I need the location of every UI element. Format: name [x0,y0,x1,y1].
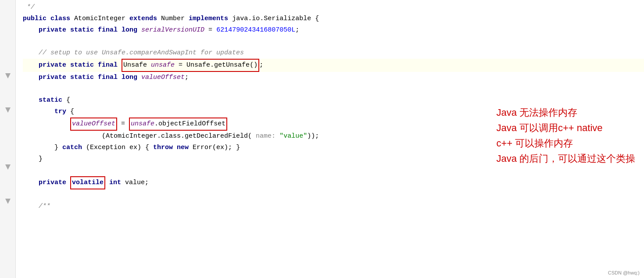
kw-extends: extends [129,13,161,25]
kw-try: try [54,106,70,118]
getfield-open: (AtomicInteger.class. [102,131,185,142]
unsafe-semi: ; [259,60,263,71]
annotation-1: Java 无法操作内存 [496,105,635,120]
kw-private-offset: private [39,72,70,83]
assign-method: objectFieldOffset [158,120,225,128]
getfield-value: "value" [279,131,307,142]
bookmark-static [5,104,11,116]
static-brace-open: { [66,95,70,106]
annotation-4: Java 的后门，可以通过这个类操 [496,151,635,166]
field-value-name: value; [125,177,149,189]
class-extends: Number [161,13,189,25]
gutter-icon-14 [4,184,11,196]
gutter-icon-4 [4,36,11,47]
volatile-space [105,177,109,189]
kw-static-offset: static [70,72,98,83]
unsafe-type: Unsafe [123,61,151,69]
kw-private-volatile: private [39,177,70,189]
bookmark-close [5,161,11,173]
gutter-icon-2 [4,13,11,25]
indent-comment [23,47,39,59]
close-static-brace: } [39,153,43,165]
gutter-icon-3 [4,25,11,36]
field-unsafe: unsafe [151,61,175,69]
box-unsafe-type: Unsafe unsafe = Unsafe.getUnsafe() [122,59,259,72]
indent-close-static [23,153,39,165]
gutter-icon-7 [4,82,11,93]
indent-try [23,106,54,118]
kw-private-unsafe: private [39,60,70,71]
kw-implements: implements [189,13,232,25]
code-line-empty-1 [23,36,644,47]
gutter-icon-5 [4,47,11,59]
indent-catch [23,142,54,153]
kw-final-unsafe: final [98,60,122,71]
serial-semi: ; [295,25,299,36]
field-valueOffset: valueOffset [141,72,185,83]
catch-error: Error(ex); } [193,142,240,153]
gutter-icon-6 [4,59,11,70]
serial-value: 6214790243416807050L [216,25,295,36]
code-line-empty-3 [23,165,644,176]
javadoc-start: /** [39,201,50,212]
code-line-empty-4 [23,189,644,201]
code-line-static-block: static { [23,95,644,106]
code-line-javadoc: /** [23,201,644,212]
code-line-class-decl: public class AtomicInteger extends Numbe… [23,13,644,25]
kw-public: public [23,13,50,25]
kw-class: class [50,13,74,25]
gutter-icon-8 [4,93,11,104]
kw-catch: catch [62,142,86,153]
code-line-comment-end: */ [23,2,644,13]
kw-final-offset: final [98,72,122,83]
kw-static: static [39,95,66,106]
main-container: */ public class AtomicInteger extends Nu… [0,0,644,278]
box-volatile: volatile [70,176,105,189]
field-serialVersionUID: serialVersionUID [141,25,204,36]
code-area: */ public class AtomicInteger extends Nu… [16,0,644,278]
class-name: AtomicInteger [74,13,129,25]
offset-semi: ; [185,72,189,83]
kw-throw: throw [153,142,177,153]
kw-static-serial: static [70,25,98,36]
kw-private-serial: private [39,25,70,36]
kw-volatile: volatile [72,179,104,186]
catch-brace-close: } [54,142,62,153]
gutter-icon-9 [4,116,11,127]
indent-assign [23,118,70,130]
indent-static [23,95,39,106]
annotations-panel: Java 无法操作内存 Java 可以调用c++ native c++ 可以操作… [496,105,635,166]
code-line-comment: // setup to use Unsafe.compareAndSwapInt… [23,47,644,59]
getfield-close: )); [307,131,319,142]
assign-unsafe: unsafe [131,120,154,128]
assign-eq: = [117,118,129,130]
comment-close: */ [23,2,35,13]
try-brace: { [70,106,74,118]
box-valueOffset: valueOffset [70,118,117,131]
catch-open: (Exception ex) { [86,142,153,153]
indent-getfield [23,131,102,142]
annotation-3: c++ 可以操作内存 [496,136,635,150]
box-unsafe-method: unsafe.objectFieldOffset [129,118,227,131]
kw-final-serial: final [98,25,122,36]
comment-setup: // setup to use Unsafe.compareAndSwapInt… [39,47,244,59]
indent-serial [23,25,39,36]
code-line-unsafe-field: private static final Unsafe unsafe = Uns… [23,59,644,72]
kw-static-unsafe: static [70,60,98,71]
code-line-volatile: private volatile int value; [23,176,644,189]
gutter-icon-12 [4,150,11,161]
param-hint-name: name: [252,131,279,142]
kw-new: new [177,142,193,153]
annotation-2: Java 可以调用c++ native [496,121,635,135]
kw-int-volatile: int [109,177,125,189]
unsafe-method: getUnsafe [214,61,250,69]
unsafe-eq: = Unsafe. [175,61,214,69]
indent-offset [23,72,39,83]
getfield-open-paren: ( [248,131,252,142]
gutter-icon-10 [4,127,11,139]
getfield-method: getDeclaredField [185,131,248,142]
bookmark-volatile [5,196,11,207]
gutter-icon-11 [4,139,11,150]
watermark: CSDN @hwq:) [608,270,640,275]
gutter [0,0,16,278]
